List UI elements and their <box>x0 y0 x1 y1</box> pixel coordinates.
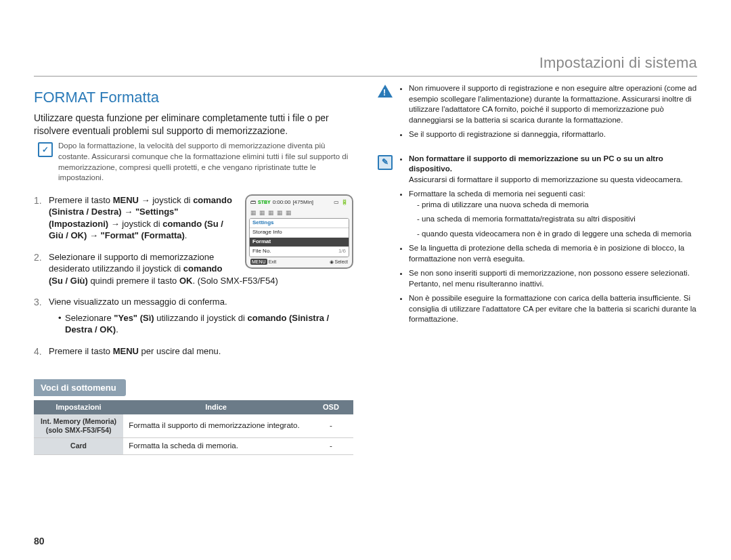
signal-icon: ▭ <box>334 199 339 207</box>
th-desc: Indice <box>123 400 309 414</box>
mode-icon: ▦ <box>286 209 292 217</box>
left-column: FORMAT Formatta Utilizzare questa funzio… <box>34 83 353 455</box>
text: . <box>185 230 187 240</box>
warning-icon-col <box>378 83 393 144</box>
stby-label: STBY <box>258 199 271 205</box>
table-row: Card Formatta la scheda di memoria. - <box>34 438 353 455</box>
steps-list: 🗃 STBY 0:00:00 [475Min] ▭ 🔋 ▦ ▦ ▦ ▦ <box>34 194 353 358</box>
note-text: Dopo la formattazione, la velocità del s… <box>58 141 353 183</box>
camera-icon-row: ▦ ▦ ▦ ▦ ▦ <box>249 208 349 217</box>
warning-icon <box>378 85 393 98</box>
info-sublist: - prima di utilizzare una nuova scheda d… <box>409 200 697 240</box>
info-list: Non formattare il supporto di memorizzaz… <box>399 154 697 329</box>
right-column: Non rimuovere il supporto di registrazio… <box>378 83 697 455</box>
camera-menu-item: Storage Info <box>250 228 349 238</box>
text-bold: OK <box>179 276 193 286</box>
info-sub-item: - prima di utilizzare una nuova scheda d… <box>417 200 697 211</box>
cell-desc: Formatta la scheda di memoria. <box>123 438 309 455</box>
table-row: Int. Memory (Memoria) (solo SMX-F53/F54)… <box>34 414 353 438</box>
text: → <box>87 230 100 240</box>
text: → joystick di <box>139 195 193 205</box>
info-bold-cont: Assicurarsi di formattare il supporto di… <box>409 175 683 184</box>
check-icon: ✓ <box>38 142 53 157</box>
cell-desc: Formatta il supporto di memorizzazione i… <box>123 414 309 438</box>
camera-menu-item-selected: Format <box>250 238 349 247</box>
mode-icon: ▦ <box>268 209 274 217</box>
info-text: Formattare la scheda di memoria nei segu… <box>409 190 585 198</box>
step-4: Premere il tasto MENU per uscire dal men… <box>34 345 353 358</box>
text-bold: MENU <box>113 195 139 205</box>
warning-block: Non rimuovere il supporto di registrazio… <box>378 83 697 144</box>
text: → joystick di <box>108 219 162 229</box>
text: Premere il tasto <box>49 195 113 205</box>
warning-item: Non rimuovere il supporto di registrazio… <box>409 83 697 125</box>
text: Viene visualizzato un messaggio di confe… <box>49 297 227 307</box>
cell-setting: Int. Memory (Memoria) (solo SMX-F53/F54) <box>34 414 123 438</box>
page-header: Impostazioni di sistema <box>34 54 697 77</box>
text-bold: "Format" (Formatta) <box>101 230 185 240</box>
warning-list: Non rimuovere il supporto di registrazio… <box>399 83 697 144</box>
text: . <box>116 324 118 335</box>
warning-item: Se il supporto di registrazione si danne… <box>409 129 697 140</box>
subsection-label: Voci di sottomenu <box>34 379 126 397</box>
text: Premere il tasto <box>49 346 113 356</box>
text: . (Solo SMX-F53/F54) <box>192 276 278 286</box>
time-label: 0:00:00 <box>273 199 291 207</box>
remain-label: [475Min] <box>292 199 313 207</box>
step-3-sublist: Selezionare "Yes" (Sì) utilizzando il jo… <box>49 312 353 336</box>
header-title: Impostazioni di sistema <box>539 54 697 71</box>
cell-setting: Card <box>34 438 123 455</box>
text: prima di utilizzare una nuova scheda di … <box>422 200 589 209</box>
step-1: 🗃 STBY 0:00:00 [475Min] ▭ 🔋 ▦ ▦ ▦ ▦ <box>34 194 353 242</box>
text: per uscire dal menu. <box>139 346 221 356</box>
text: Selezionare <box>65 313 114 323</box>
th-settings: Impostazioni <box>34 400 123 414</box>
page-number: 80 <box>34 536 45 546</box>
info-item: Non è possibile eseguire la formattazion… <box>409 293 697 325</box>
info-block: ✎ Non formattare il supporto di memorizz… <box>378 154 697 329</box>
intro-text: Utilizzare questa funzione per eliminare… <box>34 112 353 137</box>
info-item: Se non sono inseriti supporti di memoriz… <box>409 268 697 289</box>
text: → <box>122 207 135 217</box>
text: quando questa videocamera non è in grado… <box>422 230 691 238</box>
info-sub-item: - quando questa videocamera non è in gra… <box>417 229 697 240</box>
two-column-layout: FORMAT Formatta Utilizzare questa funzio… <box>34 83 697 455</box>
note-box: ✓ Dopo la formattazione, la velocità del… <box>34 141 353 183</box>
mode-icon: ▦ <box>250 209 257 217</box>
step-3: Viene visualizzato un messaggio di confe… <box>34 296 353 336</box>
camera-menu-title: Settings <box>250 219 349 228</box>
text-bold: MENU <box>113 346 139 356</box>
note-icon: ✎ <box>378 155 393 170</box>
info-sub-item: - una scheda di memoria formattata/regis… <box>417 214 697 225</box>
mode-icon: ▦ <box>277 209 283 217</box>
cell-osd: - <box>309 438 353 455</box>
mode-icon: ▦ <box>259 209 265 217</box>
info-item: Se la linguetta di protezione della sche… <box>409 243 697 264</box>
text: quindi premere il tasto <box>88 276 179 286</box>
sd-icon: 🗃 <box>250 199 256 207</box>
info-icon-col: ✎ <box>378 154 393 329</box>
text-bold: "Yes" (Sì) <box>114 313 154 323</box>
battery-icon: 🔋 <box>341 199 348 207</box>
info-item: Formattare la scheda di memoria nei segu… <box>409 189 697 239</box>
step-3-sub: Selezionare "Yes" (Sì) utilizzando il jo… <box>58 312 353 336</box>
info-item: Non formattare il supporto di memorizzaz… <box>409 154 697 186</box>
text: utilizzando il joystick di <box>154 313 248 323</box>
page: Impostazioni di sistema FORMAT Formatta … <box>0 0 731 560</box>
cell-osd: - <box>309 414 353 438</box>
camera-status-bar: 🗃 STBY 0:00:00 [475Min] ▭ 🔋 <box>249 198 349 209</box>
step-2: Selezionare il supporto di memorizzazion… <box>34 251 353 287</box>
th-osd: OSD <box>309 400 353 414</box>
section-title: FORMAT Formatta <box>34 87 353 108</box>
text: una scheda di memoria formattata/registr… <box>422 215 636 223</box>
info-bold: Non formattare il supporto di memorizzaz… <box>409 154 663 173</box>
settings-table: Impostazioni Indice OSD Int. Memory (Mem… <box>34 400 353 455</box>
